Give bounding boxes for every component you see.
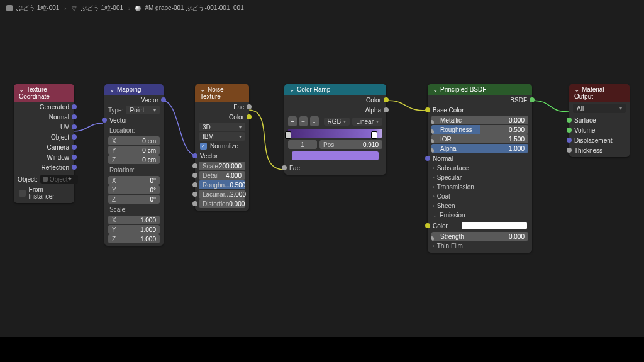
bsdf-ior[interactable]: IOR1.500 bbox=[431, 134, 528, 143]
node-header[interactable]: ⌄Color Ramp bbox=[284, 84, 386, 95]
socket-value[interactable] bbox=[247, 104, 252, 109]
socket-vector[interactable] bbox=[192, 153, 197, 158]
socket-value[interactable] bbox=[192, 173, 197, 178]
output-alpha[interactable]: Alpha bbox=[284, 105, 386, 115]
output-target-select[interactable]: All bbox=[573, 104, 626, 113]
ramp-add-button[interactable]: + bbox=[288, 116, 297, 126]
output-vector[interactable]: Vector bbox=[104, 95, 164, 105]
node-material-output[interactable]: ⌄Material Output All Surface Volume Disp… bbox=[569, 84, 630, 157]
emission-color-swatch[interactable] bbox=[462, 222, 527, 229]
socket-value[interactable] bbox=[192, 192, 197, 197]
bsdf-roughness[interactable]: Roughness0.500 bbox=[431, 125, 528, 134]
socket-value[interactable] bbox=[431, 148, 434, 153]
socket-vector[interactable] bbox=[72, 114, 77, 119]
ramp-stop[interactable] bbox=[285, 131, 291, 139]
breadcrumb-item[interactable]: ぶどう 1粒-001 bbox=[80, 4, 123, 13]
input-base-color[interactable]: Base Color bbox=[428, 105, 532, 115]
node-mapping[interactable]: ⌄Mapping Vector Type: Point Vector Locat… bbox=[104, 84, 164, 246]
socket-shader[interactable] bbox=[567, 128, 572, 133]
group-coat[interactable]: ›Coat bbox=[428, 192, 532, 201]
scale-y[interactable]: Y1.000 bbox=[108, 225, 160, 234]
socket-value[interactable] bbox=[282, 165, 287, 170]
type-select[interactable]: Point bbox=[126, 106, 160, 114]
socket-vector[interactable] bbox=[72, 124, 77, 129]
output-color[interactable]: Color bbox=[195, 112, 249, 122]
ramp-stop-position[interactable]: Pos0.910 bbox=[319, 140, 382, 149]
location-x[interactable]: X0 cm bbox=[108, 136, 160, 145]
socket-color[interactable] bbox=[425, 107, 430, 112]
socket-vector[interactable] bbox=[72, 104, 77, 109]
socket-vector[interactable] bbox=[72, 155, 77, 160]
node-principled-bsdf[interactable]: ⌄Principled BSDF BSDF Base Color Metalli… bbox=[428, 84, 532, 253]
output-normal[interactable]: Normal bbox=[14, 112, 74, 122]
bsdf-metallic[interactable]: Metallic0.000 bbox=[431, 116, 528, 124]
output-object[interactable]: Object bbox=[14, 132, 74, 142]
socket-value[interactable] bbox=[192, 201, 197, 206]
ramp-color-mode[interactable]: RGB bbox=[324, 118, 350, 126]
output-generated[interactable]: Generated bbox=[14, 102, 74, 112]
ramp-remove-button[interactable]: − bbox=[299, 116, 308, 126]
output-reflection[interactable]: Reflection bbox=[14, 162, 74, 172]
rotation-x[interactable]: X0° bbox=[108, 176, 160, 185]
bsdf-alpha[interactable]: Alpha1.000 bbox=[431, 144, 528, 153]
socket-color[interactable] bbox=[384, 97, 389, 102]
scale-z[interactable]: Z1.000 bbox=[108, 234, 160, 243]
output-fac[interactable]: Fac bbox=[195, 102, 249, 112]
input-emission-color[interactable]: Color bbox=[428, 220, 532, 231]
noise-lacunar[interactable]: Lacunar...2.000 bbox=[199, 190, 245, 199]
socket-vector[interactable] bbox=[425, 156, 430, 161]
breadcrumb-item[interactable]: #M grape-001 ぶどう-001-001_001 bbox=[145, 4, 243, 13]
node-editor-canvas[interactable]: ⌄Texture Coordinate Generated Normal UV … bbox=[0, 14, 644, 362]
ramp-stop-index[interactable]: 1 bbox=[288, 140, 317, 149]
output-color[interactable]: Color bbox=[284, 95, 386, 105]
output-uv[interactable]: UV bbox=[14, 122, 74, 132]
socket-value[interactable] bbox=[431, 129, 434, 134]
ramp-stop-color[interactable] bbox=[292, 151, 379, 160]
socket-vector[interactable] bbox=[72, 165, 77, 170]
socket-vector[interactable] bbox=[72, 145, 77, 150]
input-emission-strength[interactable]: Strength0.000 bbox=[431, 232, 528, 241]
ramp-interp-mode[interactable]: Linear bbox=[352, 118, 382, 126]
group-emission[interactable]: ⌄Emission bbox=[428, 211, 532, 220]
socket-value[interactable] bbox=[192, 182, 197, 187]
input-displacement[interactable]: Displacement bbox=[569, 135, 630, 145]
input-thickness[interactable]: Thickness bbox=[569, 145, 630, 155]
output-bsdf[interactable]: BSDF bbox=[428, 95, 532, 105]
socket-vector[interactable] bbox=[161, 97, 166, 102]
socket-shader[interactable] bbox=[530, 97, 535, 102]
socket-value[interactable] bbox=[192, 163, 197, 168]
from-instancer-checkbox[interactable]: ✓From Instancer bbox=[14, 185, 74, 201]
ramp-stop[interactable] bbox=[371, 131, 377, 139]
node-header[interactable]: ⌄Principled BSDF bbox=[428, 84, 532, 95]
input-vector[interactable]: Vector bbox=[104, 115, 164, 125]
noise-detail[interactable]: Detail4.000 bbox=[199, 171, 245, 180]
noise-distortion[interactable]: Distortion0.000 bbox=[199, 199, 245, 208]
color-ramp-gradient[interactable] bbox=[288, 129, 382, 138]
rotation-y[interactable]: Y0° bbox=[108, 185, 160, 194]
socket-vector[interactable] bbox=[72, 134, 77, 140]
socket-shader[interactable] bbox=[567, 118, 572, 123]
dimension-select[interactable]: 3D bbox=[199, 123, 245, 131]
socket-value[interactable] bbox=[384, 107, 389, 112]
input-normal[interactable]: Normal bbox=[428, 153, 532, 163]
noise-scale[interactable]: Scale200.000 bbox=[199, 162, 245, 170]
eyedropper-icon[interactable]: ⌖ bbox=[68, 175, 75, 183]
group-thin-film[interactable]: ›Thin Film bbox=[428, 241, 532, 251]
mode-select[interactable]: fBM bbox=[199, 132, 245, 141]
socket-color[interactable] bbox=[425, 223, 430, 228]
ramp-menu-button[interactable]: ⌄ bbox=[310, 116, 319, 126]
noise-roughn[interactable]: Roughn...0.500 bbox=[199, 180, 245, 189]
group-specular[interactable]: ›Specular bbox=[428, 173, 532, 182]
node-noise-texture[interactable]: ⌄Noise Texture Fac Color 3D fBM ✓Normali… bbox=[195, 84, 249, 211]
normalize-checkbox[interactable]: ✓Normalize bbox=[195, 141, 249, 151]
socket-value[interactable] bbox=[431, 236, 434, 241]
group-subsurface[interactable]: ›Subsurface bbox=[428, 163, 532, 173]
location-z[interactable]: Z0 cm bbox=[108, 155, 160, 164]
scale-x[interactable]: X1.000 bbox=[108, 216, 160, 224]
output-camera[interactable]: Camera bbox=[14, 142, 74, 152]
input-vector[interactable]: Vector bbox=[195, 151, 249, 161]
socket-color[interactable] bbox=[247, 114, 252, 119]
node-texture-coordinate[interactable]: ⌄Texture Coordinate Generated Normal UV … bbox=[14, 84, 74, 203]
input-volume[interactable]: Volume bbox=[569, 125, 630, 135]
input-surface[interactable]: Surface bbox=[569, 115, 630, 125]
